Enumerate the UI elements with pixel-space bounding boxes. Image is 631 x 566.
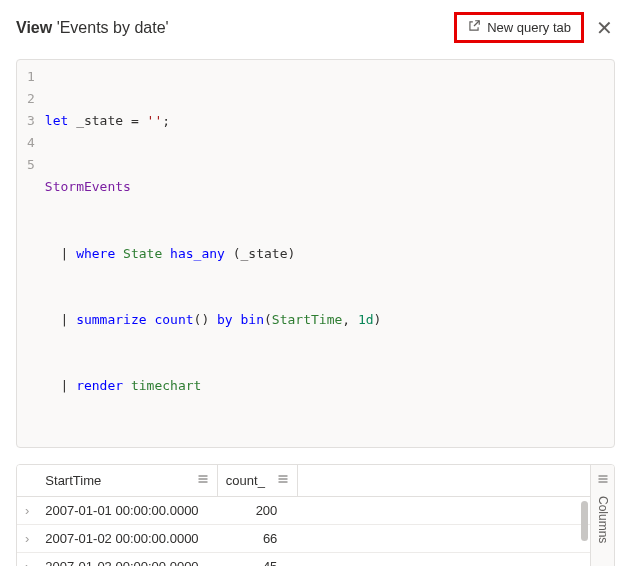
cell-empty bbox=[297, 497, 590, 525]
expand-row-chevron-icon[interactable]: › bbox=[17, 525, 37, 553]
column-header-count[interactable]: count_ bbox=[217, 465, 297, 497]
expand-row-chevron-icon[interactable]: › bbox=[17, 497, 37, 525]
columns-side-label: Columns bbox=[596, 496, 610, 543]
table-row[interactable]: ›2007-01-03 00:00:00.000045 bbox=[17, 553, 590, 566]
code-line: let _state = ''; bbox=[45, 110, 382, 132]
results-table-wrap[interactable]: StartTime count_ bbox=[17, 465, 590, 566]
line-number: 5 bbox=[27, 154, 35, 176]
open-new-tab-icon bbox=[467, 19, 481, 36]
cell-starttime: 2007-01-03 00:00:00.0000 bbox=[37, 553, 217, 566]
code-line: StormEvents bbox=[45, 176, 382, 198]
table-row[interactable]: ›2007-01-01 00:00:00.0000200 bbox=[17, 497, 590, 525]
cell-empty bbox=[297, 553, 590, 566]
column-header-starttime[interactable]: StartTime bbox=[37, 465, 217, 497]
title-prefix: View bbox=[16, 19, 52, 36]
expand-column-header bbox=[17, 465, 37, 497]
code-line: | where State has_any (_state) bbox=[45, 243, 382, 265]
cell-starttime: 2007-01-01 00:00:00.0000 bbox=[37, 497, 217, 525]
table-row[interactable]: ›2007-01-02 00:00:00.000066 bbox=[17, 525, 590, 553]
column-menu-icon[interactable] bbox=[197, 473, 209, 488]
cell-empty bbox=[297, 525, 590, 553]
column-menu-icon[interactable] bbox=[277, 473, 289, 488]
cell-count: 200 bbox=[217, 497, 297, 525]
code-gutter: 1 2 3 4 5 bbox=[17, 66, 45, 441]
header-actions: New query tab ✕ bbox=[454, 12, 615, 43]
line-number: 1 bbox=[27, 66, 35, 88]
page-title: View 'Events by date' bbox=[16, 19, 169, 37]
column-label: count_ bbox=[226, 473, 265, 488]
columns-icon bbox=[597, 473, 609, 488]
close-button[interactable]: ✕ bbox=[594, 18, 615, 38]
results-body: ›2007-01-01 00:00:00.0000200›2007-01-02 … bbox=[17, 497, 590, 566]
new-query-tab-button[interactable]: New query tab bbox=[454, 12, 584, 43]
scrollbar-thumb[interactable] bbox=[581, 501, 588, 541]
line-number: 4 bbox=[27, 132, 35, 154]
cell-count: 45 bbox=[217, 553, 297, 566]
code-lines[interactable]: let _state = ''; StormEvents | where Sta… bbox=[45, 66, 392, 441]
cell-count: 66 bbox=[217, 525, 297, 553]
cell-starttime: 2007-01-02 00:00:00.0000 bbox=[37, 525, 217, 553]
line-number: 2 bbox=[27, 88, 35, 110]
results-panel: StartTime count_ bbox=[16, 464, 615, 566]
column-label: StartTime bbox=[45, 473, 101, 488]
header: View 'Events by date' New query tab ✕ bbox=[0, 0, 631, 51]
columns-side-tab[interactable]: Columns bbox=[590, 465, 614, 566]
title-query-name: 'Events by date' bbox=[57, 19, 169, 36]
results-table: StartTime count_ bbox=[17, 465, 590, 566]
column-header-empty bbox=[297, 465, 590, 497]
code-line: | summarize count() by bin(StartTime, 1d… bbox=[45, 309, 382, 331]
code-line: | render timechart bbox=[45, 375, 382, 397]
new-query-tab-label: New query tab bbox=[487, 20, 571, 35]
query-code-block: 1 2 3 4 5 let _state = ''; StormEvents |… bbox=[16, 59, 615, 448]
expand-row-chevron-icon[interactable]: › bbox=[17, 553, 37, 566]
line-number: 3 bbox=[27, 110, 35, 132]
